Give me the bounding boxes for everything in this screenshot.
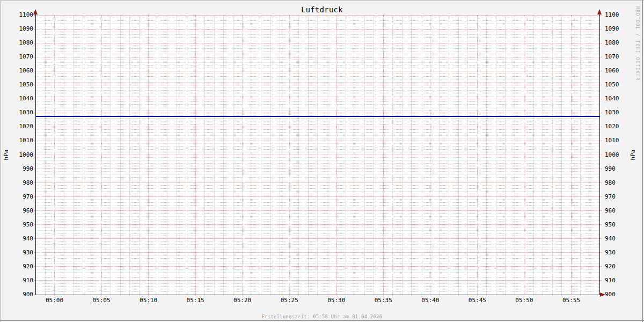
frame-border-top: [0, 0, 644, 1]
y-tick-label-left: 1080: [9, 40, 33, 46]
x-axis-line: [35, 295, 601, 295]
y-tick-label-right: 1000: [605, 152, 630, 158]
y-tick-label-right: 930: [605, 250, 630, 256]
frame-border-left: [0, 0, 1, 322]
rrdtool-watermark: RRDTOOL / TOBI OETIKER: [635, 6, 640, 81]
y-tick-label-right: 990: [605, 166, 630, 172]
creation-timestamp: Erstellungszeit: 05:58 Uhr am 01.04.2026: [0, 314, 644, 319]
y-axis-unit-left: hPa: [3, 147, 10, 163]
y-tick-label-right: 960: [605, 208, 630, 214]
y-tick-label-left: 990: [9, 166, 33, 172]
plot-area: [36, 15, 599, 295]
y-tick-label-left: 960: [9, 208, 33, 214]
y-axis-left-arrow-icon: [33, 9, 38, 14]
y-tick-label-left: 1040: [9, 96, 33, 102]
y-tick-label-right: 950: [605, 222, 630, 228]
y-tick-label-left: 1090: [9, 26, 33, 32]
y-tick-label-left: 950: [9, 222, 33, 228]
series-line-garten: [36, 116, 599, 117]
y-tick-label-right: 970: [605, 194, 630, 200]
x-tick-label: 05:10: [131, 297, 166, 304]
legend-row: Garten Aktuell: 1027.4 hPa Minimum: 1027…: [0, 304, 644, 313]
y-tick-label-left: 1050: [9, 82, 33, 88]
x-tick-label: 05:05: [84, 297, 119, 304]
chart-title: Luftdruck: [0, 5, 644, 14]
y-tick-label-left: 970: [9, 194, 33, 200]
y-tick-label-left: 930: [9, 250, 33, 256]
y-tick-label-right: 920: [605, 264, 630, 270]
y-tick-label-right: 1030: [605, 109, 630, 116]
y-tick-label-right: 1080: [605, 40, 630, 46]
x-tick-label: 05:15: [178, 297, 213, 304]
y-tick-label-left: 1060: [9, 68, 33, 74]
y-tick-label-left: 910: [9, 277, 33, 284]
y-tick-label-right: 1070: [605, 54, 630, 60]
y-tick-label-left: 1030: [9, 109, 33, 116]
pressure-graph: Luftdruck RRDTOOL / TOBI OETIKER hPa hPa…: [0, 0, 644, 322]
y-tick-label-right: 900: [605, 291, 630, 298]
x-tick-label: 05:30: [319, 297, 354, 304]
y-tick-label-right: 1010: [605, 137, 630, 144]
x-tick-label: 05:50: [507, 297, 541, 304]
y-axis-left-line: [35, 14, 36, 295]
y-tick-label-left: 1000: [9, 152, 33, 158]
y-tick-label-right: 1090: [605, 26, 630, 32]
x-tick-label: 05:55: [554, 297, 588, 304]
y-tick-label-right: 980: [605, 180, 630, 186]
y-tick-label-left: 1020: [9, 123, 33, 130]
x-tick-label: 05:25: [272, 297, 306, 304]
y-tick-label-right: 910: [605, 277, 630, 284]
y-tick-label-left: 1070: [9, 54, 33, 60]
x-tick-label: 05:20: [225, 297, 260, 304]
x-tick-label: 05:00: [38, 297, 72, 304]
frame-border-right: [642, 0, 643, 322]
y-tick-label-left: 1010: [9, 137, 33, 144]
y-tick-label-right: 1060: [605, 68, 630, 74]
y-tick-label-left: 940: [9, 236, 33, 242]
y-axis-right-arrow-icon: [597, 9, 602, 14]
y-tick-label-left: 920: [9, 264, 33, 270]
x-tick-label: 05:45: [460, 297, 494, 304]
y-tick-label-right: 1020: [605, 123, 630, 130]
y-axis-unit-right: hPa: [630, 147, 636, 163]
y-axis-right-line: [599, 14, 600, 295]
x-tick-label: 05:35: [366, 297, 400, 304]
y-tick-label-left: 900: [9, 291, 33, 298]
frame-border-bottom: [0, 320, 644, 321]
y-tick-label-left: 980: [9, 180, 33, 186]
y-tick-label-right: 1040: [605, 96, 630, 102]
y-tick-label-right: 940: [605, 236, 630, 242]
x-tick-label: 05:40: [413, 297, 448, 304]
y-tick-label-right: 1050: [605, 82, 630, 88]
x-axis-arrow-icon: [600, 292, 605, 297]
